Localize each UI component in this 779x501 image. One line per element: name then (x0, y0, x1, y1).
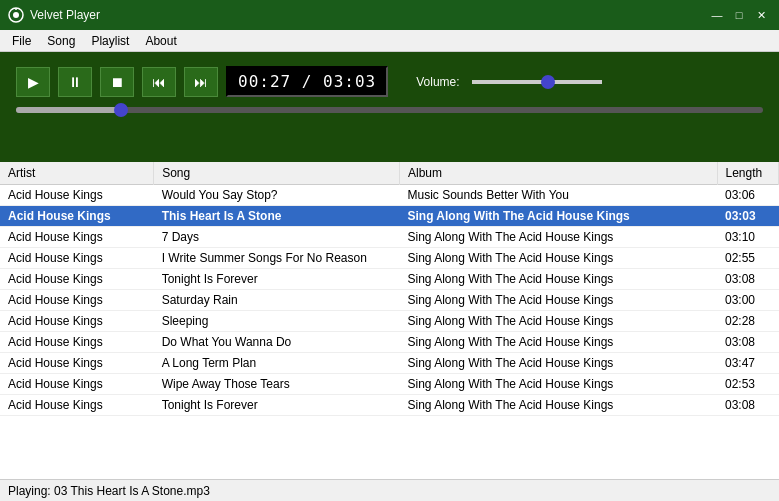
cell-song: Tonight Is Forever (154, 395, 400, 416)
table-row[interactable]: Acid House KingsTonight Is ForeverSing A… (0, 269, 779, 290)
status-bar: Playing: 03 This Heart Is A Stone.mp3 (0, 479, 779, 501)
cell-song: A Long Term Plan (154, 353, 400, 374)
cell-song: This Heart Is A Stone (154, 206, 400, 227)
next-button[interactable]: ⏭ (184, 67, 218, 97)
cell-length: 03:47 (717, 353, 779, 374)
prev-button[interactable]: ⏮ (142, 67, 176, 97)
table-row[interactable]: Acid House KingsSaturday RainSing Along … (0, 290, 779, 311)
progress-track[interactable] (16, 107, 763, 113)
cell-album: Sing Along With The Acid House Kings (399, 332, 717, 353)
play-button[interactable]: ▶ (16, 67, 50, 97)
cell-length: 02:53 (717, 374, 779, 395)
status-text: Playing: 03 This Heart Is A Stone.mp3 (8, 484, 210, 498)
header-song: Song (154, 162, 400, 185)
cell-length: 03:10 (717, 227, 779, 248)
playlist-table: Artist Song Album Length Acid House King… (0, 162, 779, 416)
cell-album: Sing Along With The Acid House Kings (399, 227, 717, 248)
cell-artist: Acid House Kings (0, 374, 154, 395)
title-bar-left: Velvet Player (8, 7, 100, 23)
cell-length: 02:55 (717, 248, 779, 269)
cell-song: Do What You Wanna Do (154, 332, 400, 353)
cell-artist: Acid House Kings (0, 395, 154, 416)
cell-album: Sing Along With The Acid House Kings (399, 290, 717, 311)
table-row[interactable]: Acid House KingsWipe Away Those TearsSin… (0, 374, 779, 395)
cell-length: 03:08 (717, 332, 779, 353)
cell-album: Music Sounds Better With You (399, 185, 717, 206)
cell-artist: Acid House Kings (0, 290, 154, 311)
cell-artist: Acid House Kings (0, 185, 154, 206)
cell-artist: Acid House Kings (0, 206, 154, 227)
header-length: Length (717, 162, 779, 185)
cell-artist: Acid House Kings (0, 353, 154, 374)
cell-artist: Acid House Kings (0, 332, 154, 353)
table-row[interactable]: Acid House KingsDo What You Wanna DoSing… (0, 332, 779, 353)
cell-song: Sleeping (154, 311, 400, 332)
cell-artist: Acid House Kings (0, 311, 154, 332)
cell-album: Sing Along With The Acid House Kings (399, 395, 717, 416)
title-bar: Velvet Player — □ ✕ (0, 0, 779, 30)
app-icon (8, 7, 24, 23)
cell-album: Sing Along With The Acid House Kings (399, 311, 717, 332)
table-row[interactable]: Acid House KingsTonight Is ForeverSing A… (0, 395, 779, 416)
cell-song: I Write Summer Songs For No Reason (154, 248, 400, 269)
header-album: Album (399, 162, 717, 185)
cell-album: Sing Along With The Acid House Kings (399, 374, 717, 395)
volume-label: Volume: (416, 75, 459, 89)
menu-about[interactable]: About (137, 32, 184, 50)
cell-length: 02:28 (717, 311, 779, 332)
playlist-body: Acid House KingsWould You Say Stop?Music… (0, 185, 779, 416)
cell-artist: Acid House Kings (0, 227, 154, 248)
table-row[interactable]: Acid House KingsSleepingSing Along With … (0, 311, 779, 332)
cell-length: 03:06 (717, 185, 779, 206)
table-row[interactable]: Acid House Kings7 DaysSing Along With Th… (0, 227, 779, 248)
close-button[interactable]: ✕ (751, 5, 771, 25)
cell-album: Sing Along With The Acid House Kings (399, 206, 717, 227)
menu-bar: File Song Playlist About (0, 30, 779, 52)
window-controls: — □ ✕ (707, 5, 771, 25)
cell-album: Sing Along With The Acid House Kings (399, 353, 717, 374)
player-area: ▶ ⏸ ⏹ ⏮ ⏭ 00:27 / 03:03 Volume: (0, 52, 779, 162)
table-row[interactable]: Acid House KingsWould You Say Stop?Music… (0, 185, 779, 206)
app-title: Velvet Player (30, 8, 100, 22)
cell-song: 7 Days (154, 227, 400, 248)
cell-artist: Acid House Kings (0, 269, 154, 290)
table-row[interactable]: Acid House KingsThis Heart Is A StoneSin… (0, 206, 779, 227)
progress-fill (16, 107, 121, 113)
volume-slider[interactable] (472, 80, 602, 84)
maximize-button[interactable]: □ (729, 5, 749, 25)
menu-song[interactable]: Song (39, 32, 83, 50)
header-artist: Artist (0, 162, 154, 185)
cell-artist: Acid House Kings (0, 248, 154, 269)
cell-length: 03:00 (717, 290, 779, 311)
time-display: 00:27 / 03:03 (226, 66, 388, 97)
playlist-area: Artist Song Album Length Acid House King… (0, 162, 779, 479)
pause-button[interactable]: ⏸ (58, 67, 92, 97)
cell-song: Tonight Is Forever (154, 269, 400, 290)
cell-length: 03:03 (717, 206, 779, 227)
cell-song: Would You Say Stop? (154, 185, 400, 206)
cell-song: Wipe Away Those Tears (154, 374, 400, 395)
minimize-button[interactable]: — (707, 5, 727, 25)
menu-playlist[interactable]: Playlist (83, 32, 137, 50)
cell-length: 03:08 (717, 395, 779, 416)
progress-thumb (114, 103, 128, 117)
cell-length: 03:08 (717, 269, 779, 290)
stop-button[interactable]: ⏹ (100, 67, 134, 97)
svg-point-1 (13, 12, 19, 18)
playlist-header: Artist Song Album Length (0, 162, 779, 185)
controls-row: ▶ ⏸ ⏹ ⏮ ⏭ 00:27 / 03:03 Volume: (16, 66, 763, 97)
progress-row (16, 107, 763, 113)
cell-album: Sing Along With The Acid House Kings (399, 269, 717, 290)
menu-file[interactable]: File (4, 32, 39, 50)
cell-album: Sing Along With The Acid House Kings (399, 248, 717, 269)
cell-song: Saturday Rain (154, 290, 400, 311)
table-row[interactable]: Acid House KingsI Write Summer Songs For… (0, 248, 779, 269)
table-row[interactable]: Acid House KingsA Long Term PlanSing Alo… (0, 353, 779, 374)
